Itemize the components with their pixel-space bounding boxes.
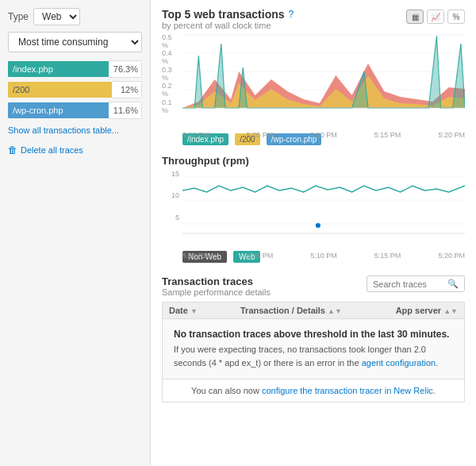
no-traces-title: No transaction traces above threshold in… bbox=[174, 329, 453, 340]
search-box: 🔍 bbox=[367, 275, 465, 292]
transaction-pct: 12% bbox=[112, 81, 142, 98]
delete-label: Delete all traces bbox=[21, 145, 83, 155]
trash-icon: 🗑 bbox=[8, 144, 17, 156]
svg-point-13 bbox=[316, 223, 321, 228]
traces-header: Transaction traces Sample performance de… bbox=[162, 275, 465, 297]
top-chart-svg bbox=[182, 32, 465, 127]
transaction-pct: 76.3% bbox=[109, 60, 142, 78]
col-date-header: Date ▼ bbox=[169, 306, 240, 315]
top-chart-subtitle: by percent of wall clock time bbox=[162, 21, 294, 30]
x-label: 5:10 PM bbox=[310, 252, 337, 260]
help-icon[interactable]: ? bbox=[289, 9, 294, 20]
transaction-item[interactable]: /200 12% bbox=[8, 81, 142, 98]
right-panel: Top 5 web transactions ? by percent of w… bbox=[151, 0, 476, 466]
bar-chart-icon-btn[interactable]: ▦ bbox=[406, 10, 424, 24]
col-transaction-header: Transaction / Details ▲▼ bbox=[240, 306, 386, 315]
col-server-header: App server ▲▼ bbox=[386, 306, 458, 315]
y-label: 0.5 % bbox=[162, 33, 179, 49]
x-label: 5:05 PM bbox=[247, 131, 274, 139]
show-all-link[interactable]: Show all transactions table... bbox=[8, 125, 142, 135]
table-header: Date ▼ Transaction / Details ▲▼ App serv… bbox=[162, 302, 465, 318]
transaction-item[interactable]: /wp-cron.php 11.6% bbox=[8, 102, 142, 119]
x-label: 5:10 PM bbox=[310, 131, 337, 139]
traces-section: Transaction traces Sample performance de… bbox=[162, 275, 465, 402]
footer-note: You can also now configure the transacti… bbox=[162, 379, 465, 402]
transaction-name: /200 bbox=[8, 82, 112, 98]
y-label: 5 bbox=[175, 214, 179, 221]
x-label: 5:20 PM bbox=[438, 252, 465, 260]
y-label: 0.4 % bbox=[162, 49, 179, 65]
x-label: 5:00 PM bbox=[182, 131, 209, 139]
transaction-pct: 11.6% bbox=[109, 102, 142, 119]
type-select[interactable]: Web bbox=[33, 8, 80, 25]
top-chart-header: Top 5 web transactions ? by percent of w… bbox=[162, 8, 465, 30]
x-label: 5:15 PM bbox=[374, 252, 401, 260]
search-input[interactable] bbox=[373, 279, 444, 289]
transaction-name: /index.php bbox=[8, 61, 109, 77]
transaction-name: /wp-cron.php bbox=[8, 102, 109, 118]
left-panel: Type Web Most time consuming /index.php … bbox=[0, 0, 151, 466]
type-row: Type Web bbox=[8, 8, 142, 25]
delete-traces-button[interactable]: 🗑 Delete all traces bbox=[8, 144, 142, 156]
traces-subtitle: Sample performance details bbox=[162, 287, 271, 297]
sort-icon[interactable]: ▼ bbox=[190, 307, 198, 315]
x-label: 5:05 PM bbox=[247, 252, 274, 260]
new-relic-config-link[interactable]: configure the transaction tracer in New … bbox=[262, 386, 433, 395]
sort-icon[interactable]: ▲▼ bbox=[443, 307, 458, 315]
top-chart-wrap: 0.5 % 0.4 % 0.3 % 0.2 % 0.1 % bbox=[162, 32, 465, 127]
throughput-chart-wrap: 15 10 5 bbox=[162, 168, 465, 248]
y-label: 0.2 % bbox=[162, 82, 179, 98]
top-chart-title: Top 5 web transactions bbox=[162, 8, 285, 21]
percent-icon-btn[interactable]: % bbox=[447, 10, 465, 24]
filter-select[interactable]: Most time consuming bbox=[8, 32, 142, 52]
traces-title: Transaction traces bbox=[162, 275, 271, 287]
throughput-title: Throughput (rpm) bbox=[162, 155, 465, 167]
x-label: 5:20 PM bbox=[438, 131, 465, 139]
y-label: 15 bbox=[171, 170, 179, 178]
search-icon: 🔍 bbox=[447, 279, 459, 289]
line-chart-icon: 📈 bbox=[431, 13, 440, 21]
x-label: 5:15 PM bbox=[374, 131, 401, 139]
no-traces-box: No transaction traces above threshold in… bbox=[162, 318, 465, 379]
line-chart-icon-btn[interactable]: 📈 bbox=[427, 10, 444, 24]
y-label: 0.3 % bbox=[162, 66, 179, 82]
chart-icon-group: ▦ 📈 % bbox=[406, 10, 465, 24]
type-label: Type bbox=[8, 11, 29, 22]
percent-icon: % bbox=[453, 13, 460, 21]
transaction-item[interactable]: /index.php 76.3% bbox=[8, 60, 142, 78]
sort-icon[interactable]: ▲▼ bbox=[328, 307, 342, 315]
y-label: 0.1 % bbox=[162, 98, 179, 114]
no-traces-body: If you were expecting traces, no transac… bbox=[174, 343, 453, 369]
agent-config-link[interactable]: agent configuration bbox=[362, 358, 436, 368]
throughput-chart-svg bbox=[182, 168, 465, 248]
bar-chart-icon: ▦ bbox=[412, 13, 419, 21]
y-label: 10 bbox=[171, 191, 179, 199]
x-label: 5:00 PM bbox=[182, 252, 209, 260]
